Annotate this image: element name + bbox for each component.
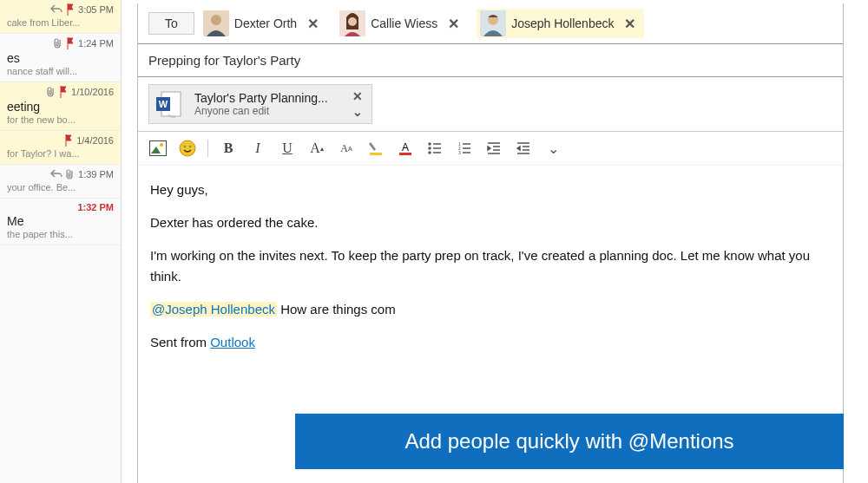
- remove-recipient-icon[interactable]: ✕: [302, 16, 324, 32]
- signature-text: Sent from: [150, 335, 210, 349]
- message-item[interactable]: 3:05 PMcake from Liber...: [0, 0, 121, 34]
- emoji-icon[interactable]: [178, 139, 197, 158]
- svg-point-1: [211, 15, 221, 25]
- font-color-icon[interactable]: A: [396, 139, 415, 158]
- body-line: Hey guys,: [150, 179, 831, 200]
- svg-point-12: [180, 140, 195, 156]
- attachment-remove-icon[interactable]: ✕: [352, 89, 363, 103]
- message-title: es: [7, 51, 114, 65]
- svg-point-22: [429, 152, 431, 153]
- svg-point-11: [160, 143, 163, 147]
- highlight-color-icon[interactable]: [366, 139, 385, 158]
- attach-icon: [47, 86, 56, 98]
- svg-point-20: [429, 147, 431, 149]
- body-line: @Joseph Hollenbeck How are things com: [150, 299, 831, 320]
- outdent-icon[interactable]: [484, 139, 503, 158]
- svg-marker-39: [517, 147, 520, 150]
- message-body[interactable]: Hey guys, Dexter has ordered the cake. I…: [138, 166, 843, 379]
- message-title: Me: [7, 214, 114, 228]
- attachment-card[interactable]: W Taylor's Party Planning... Anyone can …: [148, 84, 372, 124]
- flag-icon: [59, 86, 68, 98]
- font-size-up-icon[interactable]: A▴: [307, 139, 326, 158]
- attachment-name: Taylor's Party Planning...: [194, 91, 328, 105]
- recipient-name: Joseph Hollenbeck: [511, 16, 614, 30]
- message-list: 3:05 PMcake from Liber...1:24 PMesnance …: [0, 0, 122, 483]
- avatar: [339, 10, 365, 36]
- svg-point-18: [429, 143, 431, 145]
- outlook-link[interactable]: Outlook: [210, 335, 255, 349]
- bold-button[interactable]: B: [219, 139, 238, 158]
- recipient-chip[interactable]: Dexter Orth✕: [200, 9, 327, 38]
- svg-point-14: [189, 146, 191, 147]
- remove-recipient-icon[interactable]: ✕: [443, 16, 464, 32]
- svg-rect-17: [399, 153, 411, 155]
- message-preview: cake from Liber...: [7, 17, 114, 28]
- message-time: 1:32 PM: [77, 202, 114, 212]
- message-title: eeting: [7, 100, 114, 114]
- message-time: 1:39 PM: [78, 169, 114, 179]
- svg-rect-15: [370, 153, 382, 155]
- body-text: How are things com: [277, 302, 396, 317]
- mentions-banner: Add people quickly with @Mentions: [295, 414, 844, 469]
- message-item[interactable]: 1:39 PMyour office. Be...: [0, 165, 121, 199]
- to-button[interactable]: To: [148, 12, 194, 35]
- body-line: I'm working on the invites next. To keep…: [150, 245, 831, 287]
- subject-input[interactable]: Prepping for Taylor's Party: [148, 53, 832, 68]
- recipient-chip[interactable]: Callie Wiess✕: [336, 9, 468, 38]
- compose-pane: To Dexter Orth✕Callie Wiess✕Joseph Holle…: [122, 0, 868, 483]
- italic-button[interactable]: I: [248, 139, 267, 158]
- attachment-row: W Taylor's Party Planning... Anyone can …: [138, 77, 843, 132]
- message-time: 3:05 PM: [78, 4, 114, 15]
- message-item[interactable]: 1/4/2016for Taylor? I wa...: [0, 131, 121, 165]
- message-item[interactable]: 1:32 PMMethe paper this...: [0, 199, 121, 245]
- attach-icon: [66, 168, 75, 180]
- remove-recipient-icon[interactable]: ✕: [619, 16, 641, 32]
- underline-button[interactable]: U: [278, 139, 297, 158]
- avatar: [203, 10, 229, 36]
- subject-row[interactable]: Prepping for Taylor's Party: [138, 44, 843, 77]
- message-item[interactable]: 1/10/2016eetingfor the new bo...: [0, 82, 121, 131]
- mention-chip[interactable]: @Joseph Hollenbeck: [150, 302, 277, 317]
- message-preview: the paper this...: [7, 229, 114, 239]
- toolbar-divider: [207, 140, 208, 157]
- attachment-expand-icon[interactable]: ⌄: [352, 105, 363, 119]
- flag-icon: [64, 134, 73, 147]
- numbered-list-icon[interactable]: 123: [455, 139, 474, 158]
- body-line: Dexter has ordered the cake.: [150, 212, 831, 233]
- recipients-holder: Dexter Orth✕Callie Wiess✕Joseph Hollenbe…: [200, 9, 645, 38]
- recipients-row: To Dexter Orth✕Callie Wiess✕Joseph Holle…: [138, 3, 843, 44]
- message-preview: nance staff will...: [7, 66, 114, 76]
- flag-icon: [66, 3, 75, 16]
- signature-line: Sent from Outlook: [150, 332, 831, 353]
- recipient-name: Callie Wiess: [371, 16, 437, 30]
- indent-icon[interactable]: [514, 139, 533, 158]
- reply-icon: [50, 169, 62, 179]
- attachment-subtitle: Anyone can edit: [194, 105, 328, 117]
- format-toolbar: B I U A▴ AA A 123 ⌄: [138, 132, 843, 166]
- svg-point-3: [348, 17, 357, 26]
- insert-image-icon[interactable]: [148, 139, 168, 158]
- message-preview: your office. Be...: [7, 182, 114, 193]
- message-time: 1:24 PM: [78, 38, 114, 49]
- svg-point-13: [184, 146, 186, 147]
- message-time: 1/4/2016: [76, 135, 114, 146]
- message-preview: for the new bo...: [7, 114, 114, 125]
- font-size-down-icon[interactable]: AA: [337, 139, 356, 158]
- recipient-chip[interactable]: Joseph Hollenbeck✕: [477, 9, 644, 38]
- svg-text:3: 3: [458, 150, 461, 155]
- avatar: [480, 10, 506, 36]
- bullet-list-icon[interactable]: [425, 139, 444, 158]
- svg-text:W: W: [159, 99, 168, 109]
- word-doc-icon: W: [155, 88, 186, 120]
- more-formatting-icon[interactable]: ⌄: [543, 139, 562, 158]
- message-item[interactable]: 1:24 PMesnance staff will...: [0, 34, 121, 82]
- svg-marker-34: [488, 147, 490, 150]
- reply-icon: [50, 4, 62, 15]
- message-preview: for Taylor? I wa...: [7, 148, 114, 159]
- message-time: 1/10/2016: [71, 87, 114, 97]
- attach-icon: [54, 37, 62, 49]
- svg-text:A: A: [402, 141, 409, 153]
- recipient-name: Dexter Orth: [234, 16, 297, 30]
- flag-icon: [66, 37, 75, 49]
